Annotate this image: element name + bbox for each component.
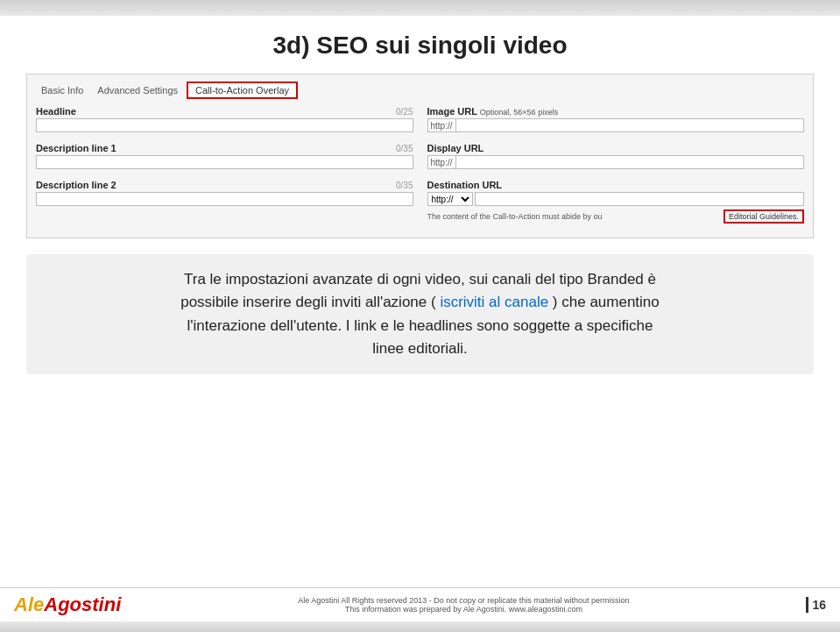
desc2-label: Description line 2 <box>36 180 116 190</box>
image-url-label: Image URL Optional, 56×56 pixels <box>427 106 559 117</box>
destination-url-header: Destination URL <box>427 180 805 190</box>
slide-container: 3d) SEO sui singoli video Basic Info Adv… <box>0 0 840 632</box>
main-paragraph: Tra le impostazioni avanzate di ogni vid… <box>61 268 779 360</box>
footer-line2: This information was prepared by Ale Ago… <box>130 605 797 614</box>
display-url-group: Display URL http:// <box>427 143 805 169</box>
image-url-group: Image URL Optional, 56×56 pixels http:// <box>427 106 805 132</box>
top-bar <box>0 0 840 16</box>
image-url-prefix: http:// <box>427 118 455 132</box>
headline-header: Headline 0/25 <box>36 106 413 117</box>
form-right: Image URL Optional, 56×56 pixels http://… <box>427 106 805 229</box>
desc1-input[interactable] <box>36 155 413 169</box>
page-bar-icon <box>806 597 808 613</box>
desc1-header: Description line 1 0/35 <box>36 143 413 153</box>
form-area: Headline 0/25 Description line 1 0/35 <box>36 106 804 229</box>
destination-url-select[interactable]: http:// <box>427 192 473 206</box>
desc2-input[interactable] <box>36 192 413 206</box>
main-text-line1: Tra le impostazioni avanzate di ogni vid… <box>184 271 656 288</box>
form-left: Headline 0/25 Description line 1 0/35 <box>36 106 413 229</box>
headline-char-count: 0/25 <box>396 107 413 117</box>
desc2-char-count: 0/35 <box>396 181 413 190</box>
headline-group: Headline 0/25 <box>36 106 413 132</box>
main-text-line2: possibile inserire degli inviti all'azio… <box>180 294 440 310</box>
footer-page: 16 <box>806 597 826 613</box>
destination-url-input[interactable] <box>475 192 805 206</box>
display-url-header: Display URL <box>427 143 805 153</box>
bottom-bar <box>0 621 840 632</box>
destination-url-label: Destination URL <box>427 180 503 190</box>
tab-basic-info[interactable]: Basic Info <box>36 83 88 97</box>
headline-input[interactable] <box>36 118 413 132</box>
screenshot-box: Basic Info Advanced Settings Call-to-Act… <box>26 74 814 238</box>
tab-advanced-settings[interactable]: Advanced Settings <box>92 83 183 97</box>
tabs-row: Basic Info Advanced Settings Call-to-Act… <box>36 82 804 99</box>
image-url-input-row: http:// <box>427 118 805 132</box>
headline-label: Headline <box>36 106 76 117</box>
display-url-prefix: http:// <box>427 155 455 169</box>
image-url-sublabel: Optional, 56×56 pixels <box>480 108 558 117</box>
destination-url-group: Destination URL http:// The content of t… <box>427 180 805 224</box>
title-area: 3d) SEO sui singoli video <box>0 16 840 68</box>
desc2-group: Description line 2 0/35 <box>36 180 413 206</box>
footer-logo: AleAgostini <box>14 593 121 616</box>
editorial-row: The content of the Call-to-Action must a… <box>427 209 805 224</box>
editorial-note: The content of the Call-to-Action must a… <box>427 212 720 221</box>
tab-cta-overlay[interactable]: Call-to-Action Overlay <box>187 82 298 99</box>
footer-text-block: Ale Agostini All Rights reserved 2013 - … <box>130 596 797 614</box>
desc1-label: Description line 1 <box>36 143 116 153</box>
page-number: 16 <box>812 598 826 612</box>
logo: AleAgostini <box>14 593 121 616</box>
desc2-header: Description line 2 0/35 <box>36 180 413 190</box>
main-text-line2b: ) che aumentino <box>548 294 660 310</box>
editorial-link[interactable]: Editorial Guidelines. <box>724 209 804 224</box>
display-url-input[interactable] <box>455 155 804 169</box>
image-url-header: Image URL Optional, 56×56 pixels <box>427 106 805 117</box>
footer: AleAgostini Ale Agostini All Rights rese… <box>0 587 840 621</box>
main-text-line3: l'interazione dell'utente. I link e le h… <box>187 317 653 334</box>
main-text-line4: linee editoriali. <box>372 340 468 357</box>
iscriviti-link[interactable]: iscriviti al canale <box>440 294 548 310</box>
footer-line1: Ale Agostini All Rights reserved 2013 - … <box>130 596 797 605</box>
logo-agostini: Agostini <box>44 593 121 615</box>
display-url-label: Display URL <box>427 143 484 153</box>
slide-title: 3d) SEO sui singoli video <box>18 32 822 60</box>
image-url-input[interactable] <box>455 118 804 132</box>
destination-url-input-row: http:// <box>427 192 805 206</box>
desc1-char-count: 0/35 <box>396 144 413 153</box>
display-url-input-row: http:// <box>427 155 805 169</box>
logo-ale: Ale <box>14 593 44 615</box>
desc1-group: Description line 1 0/35 <box>36 143 413 169</box>
main-text-area: Tra le impostazioni avanzate di ogni vid… <box>26 254 814 374</box>
